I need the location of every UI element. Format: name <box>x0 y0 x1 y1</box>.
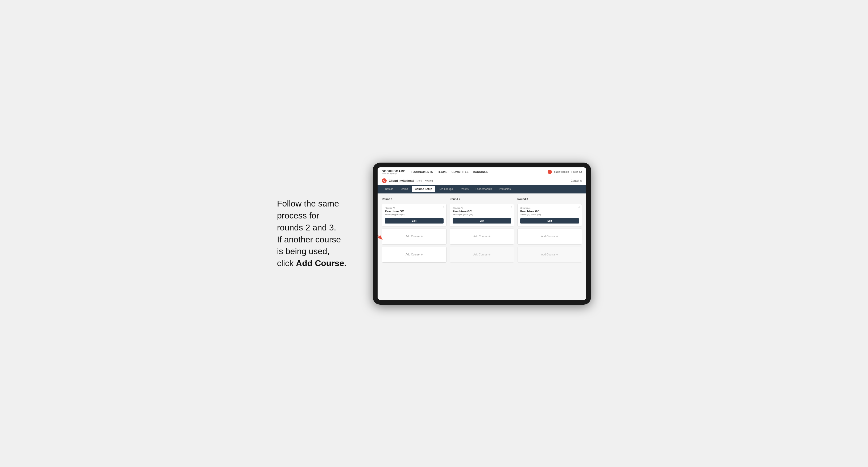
round-1-label: Round 1 <box>382 198 446 200</box>
tournament-gender: (Men) <box>416 179 422 182</box>
tab-teams[interactable]: Teams <box>397 186 411 192</box>
user-avatar <box>548 170 552 174</box>
tablet-frame: SCOREBOARD Powered by clippd TOURNAMENTS… <box>373 163 591 305</box>
sign-out-link[interactable]: Sign out <box>573 170 582 173</box>
tab-results[interactable]: Results <box>457 186 472 192</box>
sub-header-logo: C <box>382 178 386 183</box>
rounds-grid: Round 1 ○ (Course A) Peachtree GC Yellow… <box>382 198 582 262</box>
round-3-course-details: Yellow (M) (6629 yds) <box>520 213 579 216</box>
instruction-bold: Add Course. <box>296 258 346 268</box>
round-1-edit-button[interactable]: Edit <box>385 218 443 223</box>
round-3-course-card: ○ (Course A) Peachtree GC Yellow (M) (66… <box>517 204 582 226</box>
round-3-remove-button[interactable]: ○ <box>578 206 580 209</box>
tab-printables[interactable]: Printables <box>496 186 514 192</box>
hosting-badge: Hosting <box>425 179 433 182</box>
round-1-add-course-text-1: Add Course + <box>406 235 423 239</box>
instruction-line5: is being used, <box>277 246 330 256</box>
round-2-course-tag: (Course A) <box>453 207 512 209</box>
tab-tee-groups[interactable]: Tee Groups <box>436 186 456 192</box>
logo-area: SCOREBOARD Powered by clippd <box>382 169 406 175</box>
user-email: blair@clippd.io <box>554 170 569 173</box>
page-wrapper: Follow the same process for rounds 2 and… <box>248 163 620 305</box>
tab-bar: Details Teams Course Setup Tee Groups Re… <box>378 185 586 193</box>
nav-right: blair@clippd.io | Sign out <box>548 170 582 174</box>
round-2-edit-button[interactable]: Edit <box>453 218 512 223</box>
top-nav: SCOREBOARD Powered by clippd TOURNAMENTS… <box>378 167 586 177</box>
round-2-add-course-2: Add Course + <box>450 247 514 262</box>
round-1-add-course-2[interactable]: Add Course + <box>382 247 446 262</box>
nav-links: TOURNAMENTS TEAMS COMMITTEE RANKINGS <box>411 170 548 174</box>
tab-leaderboards[interactable]: Leaderboards <box>472 186 495 192</box>
tab-course-setup[interactable]: Course Setup <box>412 186 435 192</box>
round-2-add-course-text-1: Add Course + <box>473 235 490 239</box>
instruction-text: Follow the same process for rounds 2 and… <box>277 198 362 269</box>
round-1-course-tag: (Course A) <box>385 207 443 209</box>
pipe-separator: | <box>571 170 571 173</box>
round-3-add-course-1[interactable]: Add Course + <box>517 228 582 245</box>
round-1-add-course-1[interactable]: Add Course + <box>382 228 446 245</box>
nav-teams[interactable]: TEAMS <box>437 170 447 174</box>
tab-details[interactable]: Details <box>382 186 397 192</box>
instruction-line3: rounds 2 and 3. <box>277 223 336 232</box>
round-1-course-name: Peachtree GC <box>385 210 443 213</box>
round-3-edit-button[interactable]: Edit <box>520 218 579 223</box>
round-3-add-course-2: Add Course + <box>517 247 582 262</box>
nav-tournaments[interactable]: TOURNAMENTS <box>411 170 433 174</box>
nav-rankings[interactable]: RANKINGS <box>473 170 488 174</box>
round-2-add-course-text-2: Add Course + <box>473 252 490 256</box>
round-2-label: Round 2 <box>450 198 514 200</box>
svg-line-0 <box>378 228 380 237</box>
round-2-add-course-1[interactable]: Add Course + <box>450 228 514 245</box>
round-3-course-name: Peachtree GC <box>520 210 579 213</box>
instruction-line4: If another course <box>277 235 341 244</box>
round-1-course-details: Yellow (M) (6629 yds) <box>385 213 443 216</box>
tournament-name: Clippd Invitational <box>389 179 414 182</box>
instruction-line6: click <box>277 258 296 268</box>
logo-text: SCOREBOARD <box>382 169 406 173</box>
nav-committee[interactable]: COMMITTEE <box>452 170 469 174</box>
round-3-add-course-text-2: Add Course + <box>541 252 558 256</box>
cancel-button[interactable]: Cancel ✕ <box>571 179 582 182</box>
round-1-column: Round 1 ○ (Course A) Peachtree GC Yellow… <box>382 198 446 262</box>
round-2-course-name: Peachtree GC <box>453 210 512 213</box>
tablet-screen: SCOREBOARD Powered by clippd TOURNAMENTS… <box>378 167 586 300</box>
instruction-line1: Follow the same <box>277 199 339 208</box>
round-3-column: Round 3 ○ (Course A) Peachtree GC Yellow… <box>517 198 582 262</box>
instruction-line2: process for <box>277 211 319 220</box>
round-2-column: Round 2 ○ (Course A) Peachtree GC Yellow… <box>450 198 514 262</box>
round-1-course-card: ○ (Course A) Peachtree GC Yellow (M) (66… <box>382 204 446 226</box>
round-3-course-tag: (Course A) <box>520 207 579 209</box>
round-2-course-card: ○ (Course A) Peachtree GC Yellow (M) (66… <box>450 204 514 226</box>
round-3-add-course-text-1: Add Course + <box>541 235 558 239</box>
round-2-remove-button[interactable]: ○ <box>510 206 513 209</box>
content-area: Round 1 ○ (Course A) Peachtree GC Yellow… <box>378 193 586 300</box>
round-3-label: Round 3 <box>517 198 582 200</box>
sub-header: C Clippd Invitational (Men) Hosting Canc… <box>378 177 586 185</box>
round-1-add-course-text-2: Add Course + <box>406 252 423 256</box>
round-2-course-details: Yellow (M) (6629 yds) <box>453 213 512 216</box>
logo-sub: Powered by clippd <box>382 173 406 175</box>
round-1-remove-button[interactable]: ○ <box>443 206 445 209</box>
